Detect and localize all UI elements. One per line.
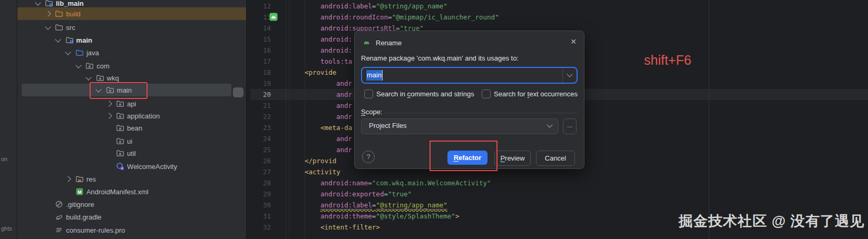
tree-item-consumer-rules-pro[interactable]: consumer-rules.pro (17, 224, 246, 236)
code-line-29[interactable]: android:exported="true" (320, 188, 412, 200)
tree-item-com[interactable]: com (17, 59, 246, 72)
folder-icon (55, 9, 63, 18)
chevron-down-icon (567, 71, 572, 77)
code-line-20[interactable]: andr (336, 89, 352, 100)
code-line-25[interactable]: andr (336, 144, 352, 155)
code-line-23[interactable]: <meta-da (320, 122, 352, 133)
line-number: 19 (250, 78, 271, 89)
chevron-right-icon[interactable] (105, 113, 112, 120)
line-number: 13 (250, 12, 271, 23)
tool-window-stripe-label[interactable]: on (1, 156, 7, 162)
tree-item-label: java (86, 49, 99, 57)
tree-item-util[interactable]: util (17, 147, 246, 160)
code-line-16[interactable]: android: (320, 45, 352, 56)
tree-item-label: res (86, 175, 96, 183)
tree-item-label: api (127, 100, 136, 108)
tree-item-res[interactable]: res (17, 173, 246, 185)
code-line-27[interactable]: <activity (305, 166, 340, 177)
tree-item-api[interactable]: api (17, 97, 246, 110)
chevron-right-icon[interactable] (44, 11, 51, 17)
line-number: 22 (250, 111, 271, 122)
tree-item-src[interactable]: src (17, 21, 246, 34)
module-folder-icon (65, 36, 74, 44)
code-line-31[interactable]: android:theme="@style/SplashTheme"> (320, 211, 459, 222)
code-line-18[interactable]: <provide (305, 67, 336, 78)
checkbox-search-text[interactable] (482, 89, 491, 98)
tree-item-label: src (66, 24, 75, 32)
rename-input[interactable]: main (361, 67, 578, 84)
line-number: 25 (250, 144, 271, 155)
tree-item-label: lib_main (56, 0, 84, 7)
chevron-right-icon[interactable] (105, 101, 112, 107)
line-number: 18 (250, 67, 271, 78)
line-number: 28 (250, 177, 271, 188)
chevron-down-icon[interactable] (75, 63, 82, 69)
tree-item-androidmanifest-xml[interactable]: MAndroidManifest.xml (17, 185, 246, 198)
shortcut-annotation: shift+F6 (644, 53, 691, 68)
checkbox-search-text-label[interactable]: Search for text occurrences (494, 90, 578, 98)
gutter-divider (286, 0, 286, 239)
code-line-13[interactable]: android:roundIcon="@mipmap/ic_launcher_r… (320, 12, 499, 23)
package-icon (116, 99, 124, 108)
line-number: 27 (250, 166, 271, 177)
resources-folder-icon (75, 175, 84, 183)
tree-item-build[interactable]: build (17, 7, 246, 20)
tree-item-welcomeactivity[interactable]: WelcomeActivity (17, 160, 246, 173)
tree-item-bean[interactable]: bean (17, 122, 246, 134)
line-number: 32 (250, 222, 271, 233)
tree-item-ui[interactable]: ui (17, 135, 246, 147)
code-line-24[interactable]: andr (336, 133, 352, 144)
tree-item-label: build.gradle (66, 213, 101, 221)
scope-combobox[interactable]: Project Files (361, 118, 559, 134)
tool-window-stripe-label[interactable]: ghts (1, 225, 12, 232)
tree-scrollbar-thumb[interactable] (233, 87, 243, 97)
chevron-down-icon[interactable] (55, 37, 62, 44)
chevron-down-icon[interactable] (65, 49, 72, 56)
checkbox-search-comments[interactable] (364, 89, 373, 98)
help-button[interactable]: ? (362, 151, 375, 163)
preview-button[interactable]: Preview (494, 151, 531, 166)
code-line-15[interactable]: android: (320, 34, 352, 45)
code-line-30[interactable]: android:label="@string/app_name" (320, 200, 447, 211)
chevron-down-icon[interactable] (44, 24, 51, 31)
chevron-down-icon[interactable] (85, 75, 92, 82)
right-margin-guide (709, 0, 709, 239)
chevron-right-icon[interactable] (65, 176, 72, 183)
svg-text:M: M (77, 190, 82, 195)
tree-item--gitignore[interactable]: .gitignore (17, 198, 246, 211)
code-line-12[interactable]: android:label="@string/app_name" (320, 1, 447, 12)
checkbox-search-comments-label[interactable]: Search in comments and strings (376, 90, 474, 98)
code-line-17[interactable]: tools:ta (320, 56, 352, 67)
input-history-dropdown[interactable] (562, 68, 577, 83)
line-number: 15 (250, 34, 271, 45)
line-number: 30 (250, 200, 271, 211)
tree-item-label: AndroidManifest.xml (86, 188, 149, 196)
code-line-22[interactable]: andr (336, 111, 352, 122)
package-icon (116, 149, 124, 157)
tree-item-main[interactable]: main (17, 34, 246, 46)
chevron-placeholder (44, 201, 51, 208)
tree-item-build-gradle[interactable]: build.gradle (17, 211, 246, 223)
scope-more-button[interactable]: ... (563, 118, 577, 134)
code-line-21[interactable]: andr (336, 100, 352, 111)
code-line-26[interactable]: </provid (305, 155, 336, 166)
line-number: 17 (250, 56, 271, 67)
chevron-placeholder (105, 163, 112, 170)
package-icon (116, 112, 124, 120)
line-number: 16 (250, 45, 271, 56)
tree-item-application[interactable]: application (17, 109, 246, 122)
code-line-19[interactable]: andr (336, 78, 352, 89)
cancel-button[interactable]: Cancel (536, 151, 575, 166)
chevron-placeholder (105, 150, 112, 157)
close-icon[interactable]: ✕ (570, 37, 577, 46)
scope-combobox-value: Project Files (369, 122, 407, 130)
code-line-32[interactable]: <intent-filter> (320, 222, 380, 233)
chevron-down-icon[interactable] (34, 0, 41, 7)
android-icon[interactable] (269, 13, 278, 21)
watermark: 掘金技术社区 @ 没有了遇见 (654, 212, 864, 231)
manifest-file-icon: M (75, 187, 84, 196)
code-line-28[interactable]: android:name="com.wkq.main.WelcomeActivi… (320, 177, 491, 188)
tree-item-java[interactable]: java (17, 46, 246, 59)
project-tree-panel: lib_mainbuildsrcmainjavacomwkqmainapiapp… (17, 0, 246, 239)
sources-folder-icon (75, 48, 84, 57)
